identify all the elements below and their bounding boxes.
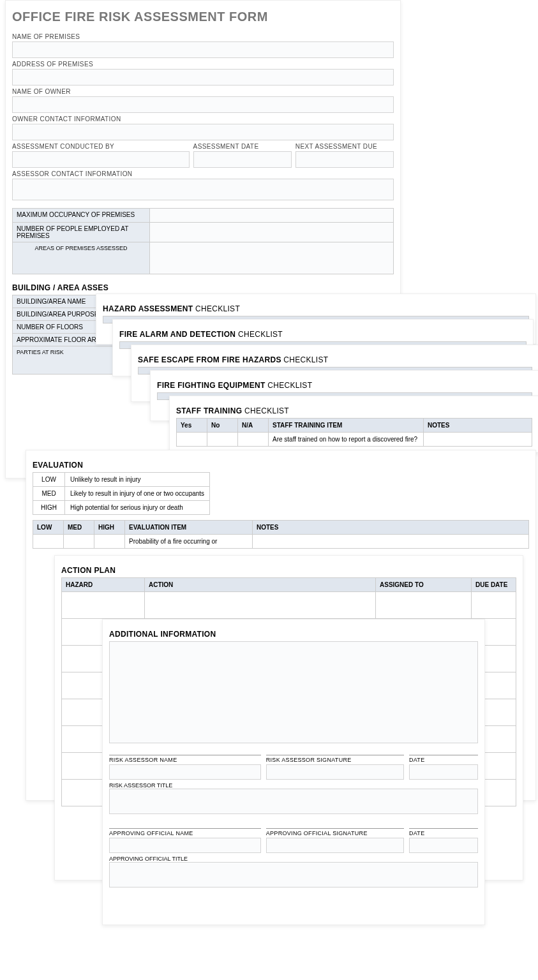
legend-high-lvl: HIGH [33, 501, 65, 515]
input-num-employed[interactable] [149, 223, 393, 242]
training-title: STAFF TRAINING CHECKLIST [176, 406, 532, 415]
label-next-due: NEXT ASSESSMENT DUE [295, 143, 394, 150]
escape-title: SAFE ESCAPE FROM FIRE HAZARDS CHECKLIST [138, 355, 532, 364]
fire-alarm-thin: CHECKLIST [235, 330, 283, 339]
col-notes: NOTES [424, 419, 532, 433]
training-bold: STAFF TRAINING [176, 406, 242, 415]
input-risk-date[interactable] [409, 764, 478, 780]
fire-alarm-bold: FIRE ALARM AND DETECTION [119, 330, 235, 339]
training-table: Yes No N/A STAFF TRAINING ITEM NOTES Are… [176, 418, 532, 447]
label-assessment-date: ASSESSMENT DATE [193, 143, 292, 150]
input-conducted-by[interactable] [12, 151, 190, 168]
label-conducted-by: ASSESSMENT CONDUCTED BY [12, 143, 190, 150]
col-yes: Yes [177, 419, 207, 433]
training-item-1: Are staff trained on how to report a dis… [269, 433, 424, 447]
label-max-occupancy: MAXIMUM OCCUPANCY OF PREMISES [13, 209, 150, 223]
ap-assigned-1[interactable] [376, 592, 472, 619]
input-premises-address[interactable] [12, 69, 394, 85]
legend-high-desc: High potential for serious injury or dea… [65, 501, 210, 515]
cell-no-1[interactable] [207, 433, 238, 447]
equipment-title: FIRE FIGHTING EQUIPMENT CHECKLIST [157, 381, 532, 390]
input-risk-title[interactable] [109, 789, 478, 814]
eval-col-notes: NOTES [253, 521, 529, 535]
col-na: N/A [238, 419, 269, 433]
form-title: OFFICE FIRE RISK ASSESSMENT FORM [12, 10, 394, 24]
label-num-employed: NUMBER OF PEOPLE EMPLOYED AT PREMISES [13, 223, 150, 242]
ap-hazard-1[interactable] [62, 592, 145, 619]
additional-heading: ADDITIONAL INFORMATION [109, 630, 478, 639]
eval-col-low: LOW [33, 521, 64, 535]
ap-col-due: DUE DATE [472, 578, 516, 592]
col-training-item: STAFF TRAINING ITEM [269, 419, 424, 433]
training-checklist-page: STAFF TRAINING CHECKLIST Yes No N/A STAF… [169, 396, 538, 453]
input-max-occupancy[interactable] [149, 209, 393, 223]
eval-col-high: HIGH [94, 521, 125, 535]
eval-col-item: EVALUATION ITEM [125, 521, 253, 535]
evaluation-heading: EVALUATION [33, 461, 529, 470]
training-thin: CHECKLIST [242, 406, 289, 415]
equipment-thin: CHECKLIST [265, 381, 313, 390]
hazard-checklist-bold: HAZARD ASSESSMENT [103, 304, 193, 313]
cell-na-1[interactable] [238, 433, 269, 447]
input-owner-contact[interactable] [12, 124, 394, 140]
col-no: No [207, 419, 238, 433]
ap-action-1[interactable] [145, 592, 376, 619]
ap-col-assigned: ASSIGNED TO [376, 578, 472, 592]
ap-col-hazard: HAZARD [62, 578, 145, 592]
fire-alarm-title: FIRE ALARM AND DETECTION CHECKLIST [119, 330, 527, 339]
input-premises-name[interactable] [12, 41, 394, 58]
eval-low-1[interactable] [33, 535, 64, 549]
label-owner-name: NAME OF OWNER [12, 88, 394, 95]
input-next-due[interactable] [295, 151, 394, 168]
label-approving-name: APPROVING OFFICIAL NAME [109, 828, 261, 836]
label-premises-name: NAME OF PREMISES [12, 33, 394, 40]
label-assessor-contact: ASSESSOR CONTACT INFORMATION [12, 170, 394, 177]
occupancy-table: MAXIMUM OCCUPANCY OF PREMISES NUMBER OF … [12, 208, 394, 274]
input-assessment-date[interactable] [193, 151, 292, 168]
input-areas-assessed[interactable] [149, 242, 393, 274]
label-premises-address: ADDRESS OF PREMISES [12, 61, 394, 68]
input-owner-name[interactable] [12, 96, 394, 113]
training-notes-1[interactable] [424, 433, 532, 447]
eval-high-1[interactable] [94, 535, 125, 549]
input-risk-assessor-sig[interactable] [266, 764, 404, 780]
label-approving-date: DATE [409, 828, 478, 836]
legend-med-lvl: MED [33, 487, 65, 501]
hazard-checklist-title: HAZARD ASSESSMENT CHECKLIST [103, 304, 529, 313]
input-approving-sig[interactable] [266, 838, 404, 853]
building-area-heading: BUILDING / AREA ASSES [12, 283, 394, 292]
ap-due-1[interactable] [472, 592, 516, 619]
label-approving-title: APPROVING OFFICIAL TITLE [109, 856, 478, 862]
label-risk-assessor-sig: RISK ASSESSOR SIGNATURE [266, 755, 404, 763]
eval-med-1[interactable] [64, 535, 94, 549]
input-risk-assessor-name[interactable] [109, 764, 261, 780]
label-owner-contact: OWNER CONTACT INFORMATION [12, 115, 394, 122]
action-plan-heading: ACTION PLAN [61, 566, 516, 575]
label-areas-assessed: AREAS OF PREMISES ASSESSED [13, 242, 150, 274]
input-approving-date[interactable] [409, 838, 478, 853]
legend-low-desc: Unlikely to result in injury [65, 473, 210, 487]
escape-thin: CHECKLIST [281, 355, 329, 364]
additional-textarea[interactable] [109, 641, 478, 743]
label-risk-assessor-name: RISK ASSESSOR NAME [109, 755, 261, 763]
eval-notes-1[interactable] [253, 535, 529, 549]
legend-low-lvl: LOW [33, 473, 65, 487]
input-approving-title[interactable] [109, 862, 478, 887]
ap-col-action: ACTION [145, 578, 376, 592]
label-risk-title: RISK ASSESSOR TITLE [109, 782, 478, 789]
evaluation-legend: LOWUnlikely to result in injury MEDLikel… [33, 472, 210, 515]
evaluation-table: LOW MED HIGH EVALUATION ITEM NOTES Proba… [33, 520, 529, 549]
label-risk-date: DATE [409, 755, 478, 763]
label-approving-sig: APPROVING OFFICIAL SIGNATURE [266, 828, 404, 836]
cell-yes-1[interactable] [177, 433, 207, 447]
eval-item-1: Probability of a fire occurring or [125, 535, 253, 549]
additional-info-page: ADDITIONAL INFORMATION RISK ASSESSOR NAM… [102, 619, 485, 925]
legend-med-desc: Likely to result in injury of one or two… [65, 487, 210, 501]
equipment-bold: FIRE FIGHTING EQUIPMENT [157, 381, 265, 390]
input-approving-name[interactable] [109, 838, 261, 853]
escape-bold: SAFE ESCAPE FROM FIRE HAZARDS [138, 355, 281, 364]
hazard-checklist-thin: CHECKLIST [193, 304, 240, 313]
input-assessor-contact[interactable] [12, 179, 394, 200]
eval-col-med: MED [64, 521, 94, 535]
